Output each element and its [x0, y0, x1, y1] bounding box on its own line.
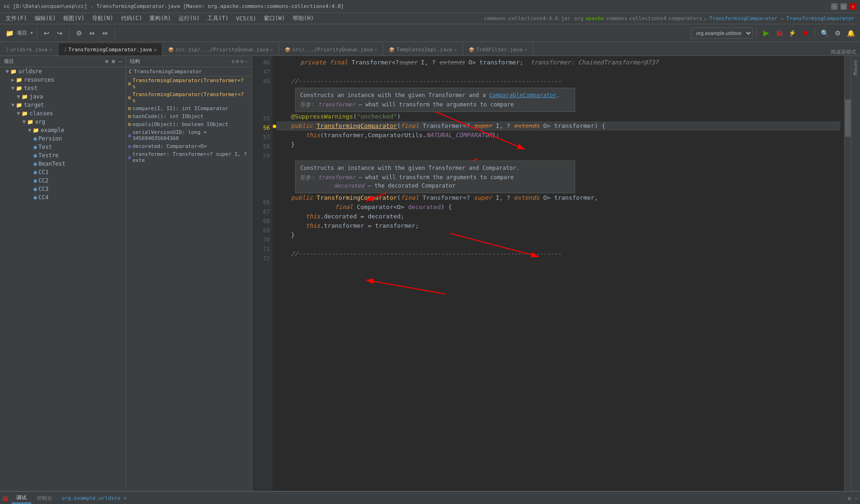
struct-icon-equals: m: [128, 121, 131, 127]
class-icon-test: ◉: [34, 144, 37, 150]
expand-btn[interactable]: ⇔: [86, 28, 98, 39]
right-scrollbar[interactable]: [844, 56, 851, 491]
project-settings-icon[interactable]: ⚙: [105, 58, 108, 64]
menu-run[interactable]: 运行(U): [175, 14, 204, 23]
menu-file[interactable]: 文件(F): [2, 14, 31, 23]
menu-refactor[interactable]: 重构(R): [146, 14, 175, 23]
reader-mode-btn[interactable]: 阅读器模式: [827, 49, 860, 56]
struct-constructor2[interactable]: m TransformingComparator(Transformer<? s: [126, 91, 252, 105]
tab-close-pq2[interactable]: ✕: [374, 47, 377, 52]
tab-priorityqueue1[interactable]: 📦 src.zip/.../PriorityQueue.java ✕: [162, 43, 279, 56]
nav-collections4: collections4: [629, 15, 666, 21]
struct-sort-icon[interactable]: ⇅: [232, 58, 235, 64]
tree-item-classes[interactable]: ▼ 📁 classes: [0, 109, 126, 118]
struct-label-ctor2: TransformingComparator(Transformer<? s: [133, 91, 250, 104]
close-button[interactable]: ✕: [850, 3, 856, 10]
tree-item-test[interactable]: ▼ 📁 test: [0, 84, 126, 92]
tab-label-pq1: src.zip/.../PriorityQueue.java: [176, 47, 268, 53]
tab-transforming[interactable]: J TransformingComparator.java ✕: [58, 43, 163, 56]
run-config-dropdown[interactable]: org.example.urldsre: [691, 28, 753, 39]
tree-item-cc3[interactable]: ◉ CC3: [0, 185, 126, 193]
tree-label-classes: classes: [29, 110, 53, 117]
search-btn[interactable]: 🔍: [819, 28, 830, 39]
tree-item-target[interactable]: ▼ 📁 target: [0, 101, 126, 109]
project-collapse-icon[interactable]: —: [119, 58, 122, 64]
tree-item-java[interactable]: ▼ 📁 java: [0, 92, 126, 101]
code-line-47: [276, 67, 840, 77]
code-area[interactable]: private final Transformer<? super I, ? e…: [273, 56, 844, 491]
stop-btn[interactable]: ⏹: [800, 28, 811, 39]
struct-method-equals[interactable]: m equals(Object): boolean IObject: [126, 120, 252, 128]
tab-close-pq1[interactable]: ✕: [270, 47, 273, 52]
line-num-60: [252, 161, 270, 189]
tab-close-ti[interactable]: ✕: [454, 47, 457, 52]
tree-label-urldsre: urldsre: [18, 68, 42, 75]
tab-close-urldsre[interactable]: ✕: [49, 47, 52, 52]
tab-urldsre[interactable]: J urldsre.java ✕: [0, 43, 58, 56]
debug-close-icon[interactable]: —: [855, 495, 858, 502]
struct-method-hashcode[interactable]: m hashCode(): int IObject: [126, 112, 252, 120]
redo-btn[interactable]: ↪: [54, 28, 65, 39]
tree-item-urldsre[interactable]: ▼ 📁 urldsre: [0, 67, 126, 76]
collapse-btn[interactable]: ⇔: [99, 28, 111, 39]
menu-edit[interactable]: 编辑(E): [31, 14, 60, 23]
folder-icon-urldsre: 📁: [10, 69, 17, 75]
debug-panel: 🐞 调试 控制台 org.example.urldsre × ⚙ — ▶ ▶ "…: [0, 491, 860, 504]
menu-view[interactable]: 视图(V): [59, 14, 88, 23]
tree-item-test-class[interactable]: ◉ Test: [0, 143, 126, 151]
menu-navigate[interactable]: 导航(N): [88, 14, 117, 23]
debug-settings-icon[interactable]: ⚙: [848, 495, 851, 502]
menu-code[interactable]: 代码(C): [117, 14, 146, 23]
tree-item-cc4[interactable]: ◉ CC4: [0, 193, 126, 202]
settings-btn[interactable]: ⚙: [73, 28, 85, 39]
project-expand-icon[interactable]: ⊞: [112, 58, 115, 64]
undo-btn[interactable]: ↩: [41, 28, 52, 39]
tab-debug[interactable]: 调试: [12, 493, 31, 504]
tree-item-persion[interactable]: ◉ Persion: [0, 134, 126, 143]
tree-item-cc1[interactable]: ◉ CC1: [0, 168, 126, 176]
struct-field-transformer[interactable]: a transformer: Transformer<? super I, ? …: [126, 150, 252, 164]
tab-templatesimpl[interactable]: 📦 TemplatesImpl.java ✕: [383, 43, 463, 56]
project-tree: ▼ 📁 urldsre ▶ 📁 resources ▼ 📁 test ▼ 📁 j…: [0, 67, 126, 491]
struct-constructor1[interactable]: m TransformingComparator(Transformer<? s: [126, 77, 252, 91]
scrollbar-thumb[interactable]: [845, 99, 851, 137]
maven-label[interactable]: Maven: [852, 56, 860, 79]
menu-window[interactable]: 窗口(W): [260, 14, 289, 23]
debug-btn[interactable]: 🐞: [774, 28, 785, 39]
struct-close-icon[interactable]: —: [245, 58, 248, 64]
tab-close-transforming[interactable]: ✕: [154, 47, 156, 52]
gear-btn[interactable]: ⚙: [832, 28, 843, 39]
struct-settings-icon[interactable]: ⚙: [240, 58, 244, 64]
menu-vcs[interactable]: VCS(S): [233, 14, 260, 23]
struct-method-compare[interactable]: m compare(I, II): int IComparator: [126, 105, 252, 112]
struct-field-decorated[interactable]: a decorated: Comparator<O>: [126, 142, 252, 150]
menu-tools[interactable]: 工具(T): [204, 14, 233, 23]
tree-item-testre[interactable]: ◉ Testre: [0, 151, 126, 160]
notifications-btn[interactable]: 🔔: [845, 28, 856, 39]
tree-item-example[interactable]: ▼ 📁 example: [0, 126, 126, 134]
tab-console[interactable]: 控制台: [32, 493, 57, 503]
tree-label-test: test: [24, 85, 37, 91]
project-btn[interactable]: 📁: [4, 28, 15, 39]
minimize-button[interactable]: —: [831, 3, 838, 10]
maximize-button[interactable]: □: [840, 3, 847, 10]
folder-expand-icon-target: ▼: [11, 102, 14, 108]
struct-label-svuid: serialVersionUID: long = 345694035604360: [133, 129, 250, 141]
kw-this-57: this: [306, 131, 320, 140]
tree-label-persion: Persion: [38, 135, 62, 142]
tree-item-cc2[interactable]: ◉ CC2: [0, 176, 126, 185]
svg-line-3: [366, 280, 445, 294]
run-btn[interactable]: ▶: [761, 28, 772, 39]
struct-field-serialversionuid[interactable]: a serialVersionUID: long = 3456940356043…: [126, 128, 252, 142]
tree-item-beantest[interactable]: ◉ BeanTest: [0, 160, 126, 168]
struct-expand-icon[interactable]: ⊞: [236, 58, 239, 64]
line-num-48: 48: [252, 77, 270, 86]
kw-final-66: final: [401, 193, 419, 203]
tab-close-trax[interactable]: ✕: [524, 47, 527, 52]
menu-help[interactable]: 帮助(H): [289, 14, 318, 23]
coverage-btn[interactable]: ⚡: [787, 28, 798, 39]
tree-item-org[interactable]: ▼ 📁 org: [0, 118, 126, 126]
tree-item-resources[interactable]: ▶ 📁 resources: [0, 76, 126, 84]
tab-priorityqueue2[interactable]: 📦 src/.../PriorityQueue.java ✕: [279, 43, 383, 56]
tab-traxfilter[interactable]: 📦 TrAXFilter.java ✕: [463, 43, 533, 56]
